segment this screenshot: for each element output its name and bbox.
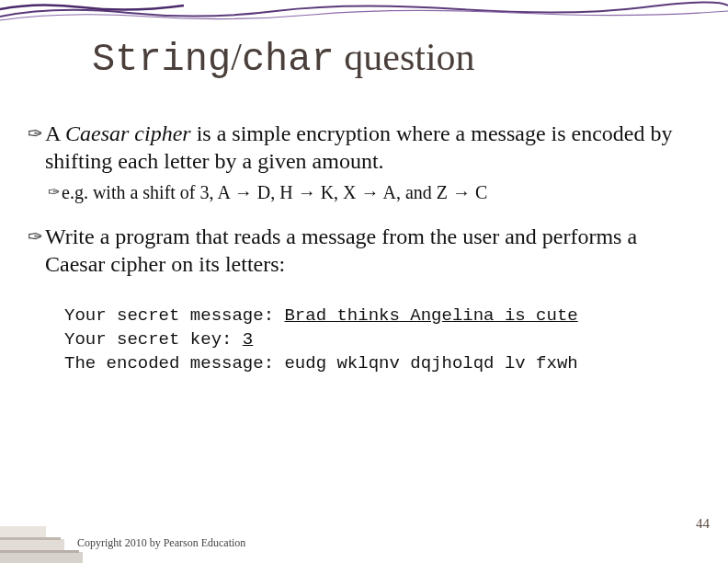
code-line-1: Your secret message: Brad thinks Angelin… <box>64 304 702 327</box>
slide-body: ✑ A Caesar cipher is a simple encryption… <box>28 120 702 375</box>
code-sample: Your secret message: Brad thinks Angelin… <box>64 304 702 375</box>
bullet-1-sub-text: e.g. with a shift of 3, A → D, H → K, X … <box>62 180 487 204</box>
bullet-icon: ✑ <box>28 223 43 250</box>
page-number: 44 <box>696 516 710 532</box>
slide-bottom-decoration <box>0 508 83 563</box>
svg-rect-0 <box>0 552 83 563</box>
svg-rect-2 <box>0 539 64 550</box>
bullet-1: ✑ A Caesar cipher is a simple encryption… <box>28 120 702 175</box>
bullet-1-text: A Caesar cipher is a simple encryption w… <box>45 120 702 175</box>
title-slash: / <box>231 36 242 78</box>
bullet-icon: ✑ <box>48 180 60 204</box>
code-line-3: The encoded message: eudg wklqnv dqjholq… <box>64 351 702 375</box>
svg-rect-3 <box>0 537 61 540</box>
slide-top-decoration <box>0 0 728 29</box>
bullet-1-sub: ✑ e.g. with a shift of 3, A → D, H → K, … <box>48 180 702 204</box>
code-line-2: Your secret key: 3 <box>64 327 702 351</box>
copyright-text: Copyright 2010 by Pearson Education <box>77 536 245 550</box>
title-code-2: char <box>242 38 335 82</box>
slide-title: String/char question <box>92 35 475 82</box>
title-code-1: String <box>92 38 231 82</box>
bullet-2-text: Write a program that reads a message fro… <box>45 223 702 278</box>
title-rest: question <box>335 36 475 78</box>
bullet-2: ✑ Write a program that reads a message f… <box>28 223 702 278</box>
svg-rect-1 <box>0 550 79 553</box>
svg-rect-4 <box>0 526 46 537</box>
bullet-icon: ✑ <box>28 120 43 147</box>
